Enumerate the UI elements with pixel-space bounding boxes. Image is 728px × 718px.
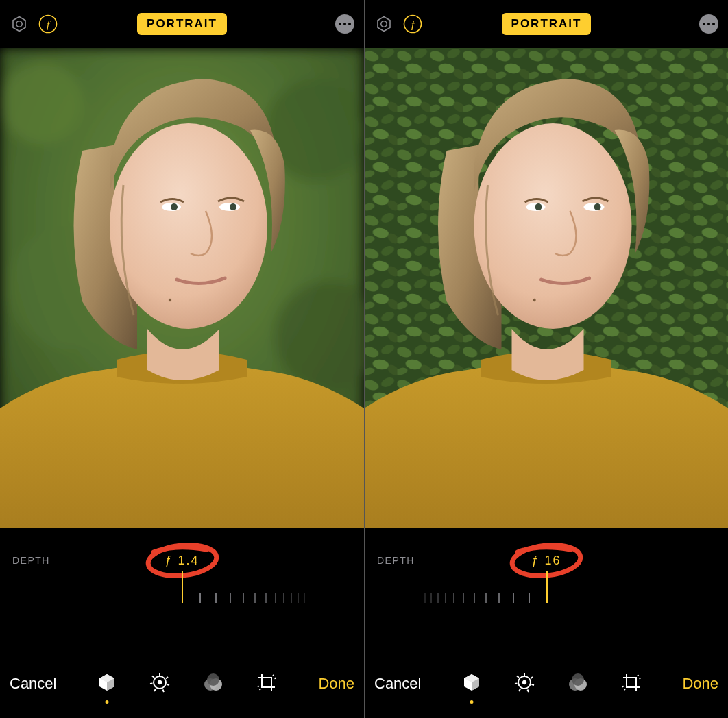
active-tool-dot — [106, 700, 109, 704]
slider-cursor — [182, 571, 183, 603]
svg-line-21 — [163, 690, 165, 693]
svg-line-49 — [531, 677, 533, 679]
slider-tick — [275, 593, 276, 603]
mode-badge[interactable]: PORTRAIT — [137, 13, 227, 35]
svg-point-5 — [0, 62, 82, 144]
slider-tick — [513, 593, 514, 603]
topbar: f PORTRAIT — [0, 0, 364, 48]
svg-point-17 — [158, 680, 162, 684]
depth-fstop-value: ƒ 16 — [531, 554, 561, 568]
adjust-dial-icon[interactable] — [149, 671, 171, 696]
bottom-toolbar: Cancel — [365, 656, 728, 718]
svg-marker-28 — [378, 17, 390, 32]
done-button[interactable]: Done — [318, 675, 354, 693]
done-button[interactable]: Done — [682, 675, 718, 693]
slider-tick — [230, 593, 231, 603]
topbar: f PORTRAIT — [365, 0, 728, 48]
depth-slider[interactable] — [365, 581, 728, 622]
more-icon[interactable] — [699, 14, 718, 34]
slider-cursor — [546, 571, 548, 603]
lighting-cube-icon[interactable] — [461, 672, 482, 695]
live-photo-icon[interactable] — [374, 14, 393, 34]
cancel-button[interactable]: Cancel — [374, 675, 421, 693]
svg-point-57 — [572, 673, 584, 686]
slider-tick — [437, 593, 439, 603]
svg-line-51 — [527, 690, 529, 693]
crop-rotate-icon[interactable] — [256, 671, 278, 696]
slider-tick — [453, 593, 454, 603]
bottom-toolbar: Cancel — [0, 656, 364, 718]
slider-tick — [298, 593, 299, 603]
active-tool-dot — [470, 700, 473, 704]
adjust-dial-icon[interactable] — [513, 671, 535, 696]
svg-point-14 — [169, 299, 171, 301]
svg-point-1 — [16, 21, 22, 27]
svg-point-27 — [207, 673, 219, 686]
depth-fstop-value: ƒ 1.4 — [165, 554, 199, 568]
depth-slider[interactable] — [0, 581, 364, 622]
svg-line-22 — [154, 689, 156, 692]
live-photo-icon[interactable] — [10, 14, 29, 34]
cancel-button[interactable]: Cancel — [10, 675, 56, 693]
slider-tick — [304, 593, 305, 603]
slider-tick — [265, 593, 267, 603]
svg-line-20 — [167, 684, 170, 685]
screen-left: f PORTRAIT — [0, 0, 364, 718]
svg-point-43 — [594, 203, 601, 210]
slider-tick — [430, 593, 432, 603]
svg-text:f: f — [47, 19, 51, 30]
svg-line-54 — [517, 676, 519, 678]
slider-tick — [215, 593, 217, 603]
crop-rotate-icon[interactable] — [620, 671, 642, 696]
aperture-icon[interactable]: f — [403, 14, 422, 34]
photo-preview[interactable] — [0, 48, 364, 528]
depth-label: DEPTH — [377, 555, 415, 566]
svg-point-39 — [474, 123, 632, 329]
svg-line-24 — [152, 676, 154, 678]
svg-point-44 — [533, 299, 535, 301]
svg-point-29 — [381, 21, 387, 27]
svg-line-53 — [515, 684, 518, 684]
slider-tick — [243, 593, 244, 603]
screen-right: f PORTRAIT — [364, 0, 728, 718]
svg-line-23 — [150, 684, 153, 684]
slider-tick — [474, 593, 475, 603]
svg-point-47 — [522, 680, 526, 684]
mode-badge[interactable]: PORTRAIT — [502, 13, 592, 35]
slider-tick — [498, 593, 500, 603]
svg-line-19 — [166, 677, 168, 679]
slider-tick — [254, 593, 256, 603]
slider-tick — [199, 593, 201, 603]
svg-marker-0 — [13, 17, 25, 32]
slider-tick — [424, 593, 426, 603]
slider-tick — [463, 593, 464, 603]
lighting-cube-icon[interactable] — [97, 672, 117, 695]
slider-tick — [291, 593, 292, 603]
svg-line-50 — [531, 684, 534, 685]
aperture-icon[interactable]: f — [38, 14, 58, 34]
slider-tick — [485, 593, 487, 603]
slider-tick — [283, 593, 284, 603]
filters-venn-icon[interactable] — [202, 672, 224, 695]
more-icon[interactable] — [335, 14, 354, 34]
svg-point-11 — [171, 203, 178, 210]
slider-tick — [529, 593, 530, 603]
photo-preview[interactable] — [365, 48, 728, 528]
svg-point-41 — [535, 203, 542, 210]
svg-text:f: f — [411, 19, 415, 30]
svg-point-13 — [230, 203, 236, 210]
svg-point-9 — [110, 123, 267, 329]
slider-tick — [445, 593, 446, 603]
svg-line-52 — [519, 689, 520, 692]
depth-label: DEPTH — [12, 555, 50, 566]
filters-venn-icon[interactable] — [567, 672, 589, 695]
